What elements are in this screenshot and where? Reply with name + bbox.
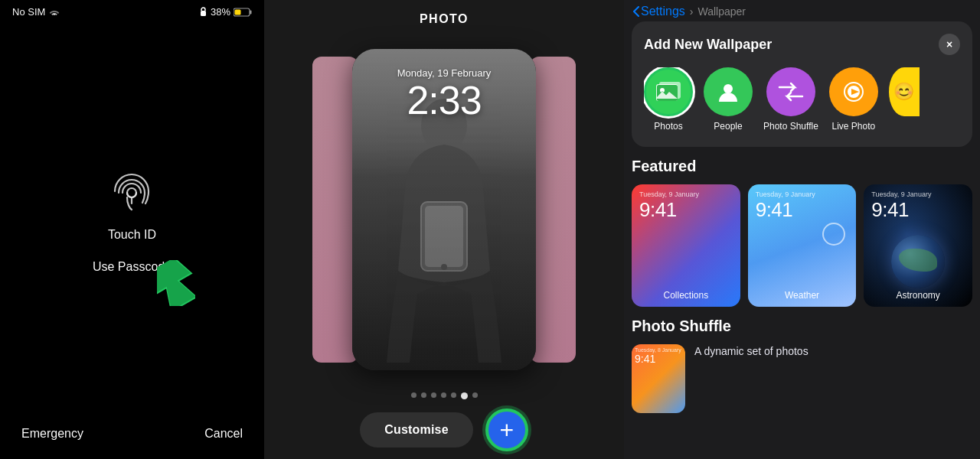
back-to-settings-button[interactable]: Settings	[633, 5, 685, 18]
wp-card-time: 2:33	[352, 79, 536, 122]
wp-card-photo: Monday, 19 February 2:33	[352, 49, 536, 370]
type-emoji-item[interactable]: 😊	[889, 67, 920, 116]
collections-label: Collections	[632, 290, 740, 301]
wp-side-left	[312, 57, 358, 363]
wp-dot-2	[421, 392, 426, 398]
photos-type-label: Photos	[654, 121, 682, 132]
shuffle-thumb-overlay: Tuesday, 8 January 9:41	[635, 347, 681, 365]
type-people-item[interactable]: People	[704, 67, 753, 132]
add-plus-icon: +	[499, 418, 514, 442]
lock-bottom: Emergency Cancel	[0, 427, 264, 441]
weather-overlay: Tuesday, 9 January 9:41	[748, 184, 857, 222]
featured-weather-card[interactable]: Tuesday, 9 January 9:41 Weather	[748, 184, 857, 307]
wp-card-overlay: Monday, 19 February 2:33	[352, 49, 536, 122]
wp-actions: Customise +	[360, 409, 528, 451]
lock-middle: Touch ID Use Passcode	[83, 18, 181, 427]
weather-ring-icon	[822, 223, 845, 246]
emoji-icon-circle: 😊	[889, 67, 920, 116]
astronomy-date: Tuesday, 9 January	[871, 190, 965, 198]
add-wallpaper-modal: Add New Wallpaper × Photos	[632, 21, 972, 147]
wp-side-right	[530, 57, 576, 363]
wp-dot-6-active	[461, 392, 468, 399]
weather-date: Tuesday, 9 January	[756, 190, 849, 198]
collections-time: 9:41	[639, 198, 733, 222]
modal-title: Add New Wallpaper	[644, 37, 772, 53]
live-photo-icon-circle	[829, 67, 878, 116]
cancel-button[interactable]: Cancel	[204, 427, 243, 441]
type-photos-item[interactable]: Photos	[644, 67, 693, 132]
use-passcode-button[interactable]: Use Passcode	[83, 257, 181, 277]
wp-dot-4	[441, 392, 446, 398]
photo-shuffle-row: Tuesday, 8 January 9:41 A dynamic set of…	[624, 344, 980, 425]
wallpaper-preview-panel: PHOTO Monday, 19 F	[264, 0, 624, 459]
carrier-label: No SIM	[12, 6, 45, 18]
astronomy-overlay: Tuesday, 9 January 9:41	[864, 184, 972, 222]
photo-shuffle-section: Photo Shuffle	[624, 307, 980, 335]
type-photo-shuffle-item[interactable]: Photo Shuffle	[763, 67, 818, 132]
wp-preview-area: Monday, 19 February 2:33	[264, 34, 624, 385]
status-left: No SIM	[12, 6, 60, 18]
photos-icon	[655, 81, 681, 103]
wp-dots-indicator	[411, 392, 478, 399]
photo-shuffle-type-label: Photo Shuffle	[763, 121, 818, 132]
emergency-button[interactable]: Emergency	[21, 427, 83, 441]
featured-grid: Tuesday, 9 January 9:41 Collections Tues…	[632, 184, 972, 307]
weather-time: 9:41	[756, 198, 849, 222]
astronomy-time: 9:41	[871, 198, 965, 222]
aw-nav: Settings › Wallpaper	[624, 0, 980, 18]
modal-header: Add New Wallpaper ×	[644, 34, 960, 55]
live-photo-icon	[841, 79, 867, 105]
astro-land	[899, 249, 937, 272]
wp-dot-7	[472, 392, 478, 398]
weather-label: Weather	[748, 290, 857, 301]
people-icon	[715, 79, 741, 105]
astronomy-label: Astronomy	[864, 290, 972, 301]
lock-screen: No SIM 38%	[0, 0, 264, 459]
photo-shuffle-section-title: Photo Shuffle	[632, 317, 972, 335]
shuffle-thumb-time: 9:41	[635, 353, 681, 365]
wallpaper-types-row: Photos People Photo S	[644, 67, 960, 132]
modal-close-button[interactable]: ×	[939, 34, 960, 55]
shuffle-thumb-date: Tuesday, 8 January	[635, 347, 681, 353]
featured-section: Featured Tuesday, 9 January 9:41 Collect…	[624, 147, 980, 307]
photo-shuffle-thumbnail[interactable]: Tuesday, 8 January 9:41	[632, 344, 685, 413]
astronomy-globe-icon	[891, 235, 945, 288]
featured-title: Featured	[632, 158, 972, 175]
photo-shuffle-description: A dynamic set of photos	[694, 344, 972, 360]
svg-rect-0	[201, 11, 206, 16]
people-icon-circle	[704, 67, 753, 116]
wp-dot-1	[411, 392, 416, 398]
nav-separator: ›	[690, 5, 694, 18]
lock-icon	[199, 7, 207, 17]
nav-wallpaper-label: Wallpaper	[697, 5, 746, 18]
customise-button[interactable]: Customise	[360, 412, 473, 448]
back-label: Settings	[641, 5, 685, 18]
svg-rect-2	[250, 10, 252, 14]
battery-label: 38%	[211, 6, 230, 18]
wp-main-card[interactable]: Monday, 19 February 2:33	[352, 49, 536, 370]
collections-date: Tuesday, 9 January	[639, 190, 733, 198]
wp-card-date: Monday, 19 February	[352, 67, 536, 79]
battery-icon	[234, 8, 252, 17]
lock-status-bar: No SIM 38%	[0, 0, 264, 18]
type-live-photo-item[interactable]: Live Photo	[829, 67, 878, 132]
collections-overlay: Tuesday, 9 January 9:41	[632, 184, 740, 222]
wp-dot-5	[451, 392, 456, 398]
status-right: 38%	[199, 6, 252, 18]
people-type-label: People	[714, 121, 742, 132]
live-photo-type-label: Live Photo	[831, 121, 875, 132]
add-wallpaper-panel: Settings › Wallpaper Add New Wallpaper ×	[624, 0, 980, 459]
fingerprint-icon	[107, 168, 156, 217]
featured-collections-card[interactable]: Tuesday, 9 January 9:41 Collections	[632, 184, 740, 307]
add-wallpaper-button[interactable]: +	[485, 409, 528, 451]
photo-shuffle-icon-circle	[766, 67, 815, 116]
wifi-icon	[48, 8, 60, 17]
svg-point-15	[724, 84, 733, 93]
wp-header-title: PHOTO	[420, 0, 469, 34]
photos-icon-circle	[644, 67, 693, 116]
back-chevron-icon	[633, 6, 639, 17]
touch-id-label: Touch ID	[108, 228, 156, 242]
photo-shuffle-icon	[778, 81, 804, 103]
svg-rect-3	[235, 9, 241, 15]
featured-astronomy-card[interactable]: Tuesday, 9 January 9:41 Astronomy	[864, 184, 972, 307]
